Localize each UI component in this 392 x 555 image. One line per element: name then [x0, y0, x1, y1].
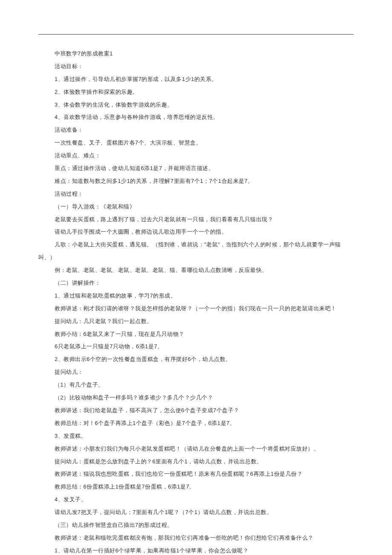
page-divider: [38, 34, 354, 35]
part2-1-line: 教师讲述：刚才我们请的谁呀？我是怎样指的老鼠呀？（一个一个的指）我们现在一只一只…: [38, 302, 354, 315]
part2-2-ask: 提问幼儿：: [38, 366, 354, 379]
part2-1-line: 提问幼儿：几只老鼠？我们一起点数。: [38, 315, 354, 328]
part3-intro: 教师讲述：老鼠和猫吃完蛋糕都没有饱，那我们给它们再准备一些吃的吧！你们想给它们再…: [38, 532, 354, 544]
part3-header: （三）幼儿操作智慧盒自己插出7的形成过程。: [38, 519, 354, 532]
part2-2-q2: （2）比较动物和盘子一样多吗？谁多谁少？多几个？少几个？: [38, 391, 354, 404]
part2-1-line: 6只老鼠添上一只猫是7只动物，6添1是7。: [38, 340, 354, 353]
part2-header: （二）讲解操作：: [38, 277, 354, 289]
prep-header: 活动准备：: [38, 124, 354, 136]
part2-2-header: 2、教师出示6个空的一次性餐盘当蛋糕盒，有序摆好6个，幼儿点数。: [38, 353, 354, 366]
focus-text: 重点：通过操作活动，使幼儿知道6添1是7，并能用语言描述。: [38, 162, 354, 175]
part2-2-line: 教师总结：对！6个盘子再添上1个盘子（彩色）是7个盘子，6添1是7。: [38, 417, 354, 430]
part2-2-line: 教师讲述：我们给老鼠盘子，猫不高兴了，怎么使6个盘子变成7个盘子？: [38, 404, 354, 417]
prep-text: 一次性餐盘、叉子、蛋糕图片各7个、大演示板、智慧盒。: [38, 136, 354, 149]
part2-1-header: 1、通过猫和老鼠吃蛋糕的故事，学习7的形成。: [38, 289, 354, 302]
goal-item: 3、体会数学的生活化，体验数学游戏的乐趣。: [38, 98, 354, 111]
goal-item: 2、体验数学操作和探索的乐趣。: [38, 86, 354, 98]
part2-4-line: 请幼儿发7把叉子，提问幼儿：7里面有几个1呢？（7个1）请幼儿点数，并说出总数。: [38, 506, 354, 519]
part2-4-header: 4、发叉子。: [38, 493, 354, 506]
part1-line: 老鼠要去买蛋糕，路上遇到了猫，过去六只老鼠就有一只猫，我们看看有几只猫出现？: [38, 213, 354, 226]
goals-header: 活动目标：: [38, 60, 354, 73]
part2-3-header: 3、发蛋糕。: [38, 430, 354, 442]
part1-line: 请幼儿手拉手围成一个大圆圈，教师边说儿歌边用手一个一个的指。: [38, 225, 354, 238]
part1-header: （一）导入游戏：《老鼠和猫》: [38, 200, 354, 213]
part3-item: 1、请幼儿在第一行插好6个绿苹果，如果再给猫1个绿苹果，你会怎么做呢？: [38, 544, 354, 555]
goal-item: 4、喜欢数学活动，乐意参与各种操作游戏，培养思维的逆反性。: [38, 111, 354, 124]
focus-header: 活动重点、难点：: [38, 149, 354, 162]
part2-2-q1: （1）有几个盘子。: [38, 379, 354, 391]
rhyme-line-prefix: 儿歌：小老鼠上大街买蛋糕，遇见猫。（指到谁，谁就说："老鼠"，当指到六个人的时候…: [38, 238, 354, 251]
process-header: 活动过程：: [38, 188, 354, 200]
part2-3-line: 教师讲述：猫说我也想吃蛋糕，我们也给它一份蛋糕吧！原来有几份蛋糕呢？6再添上1份…: [38, 468, 354, 480]
lesson-title: 中班数学7的形成教案1: [38, 47, 354, 60]
part2-1-line: 教师小结：6老鼠又来了一只猫，现在是几只动物？: [38, 328, 354, 341]
example-line: 例：老鼠、老鼠、老鼠、老鼠、老鼠、老鼠、猫。看哪位幼儿点数清晰，反应最快。: [38, 264, 354, 277]
part2-3-line: 教师总结：6份蛋糕添上1份蛋糕是7份蛋糕，6添1是7。: [38, 480, 354, 493]
part2-3-line: 提问幼儿：蛋糕是怎么放到盘子上的？6里面有几个1，请幼儿点数，并说出总数。: [38, 455, 354, 468]
goal-item: 1、通过操作，引导幼儿初步掌握7的形成，以及多1少1的关系。: [38, 73, 354, 86]
rhyme-line-suffix: 叫。）: [38, 251, 354, 264]
difficulty-text: 难点：知道数与数之间多1少1的关系，并理解7里面有7个1；7个1合起来是7。: [38, 175, 354, 188]
part2-3-line: 教师讲述：小朋友们我们为每只小老鼠发蛋糕吧！（请幼儿在分餐盘的上面一个一个将蛋糕…: [38, 442, 354, 455]
